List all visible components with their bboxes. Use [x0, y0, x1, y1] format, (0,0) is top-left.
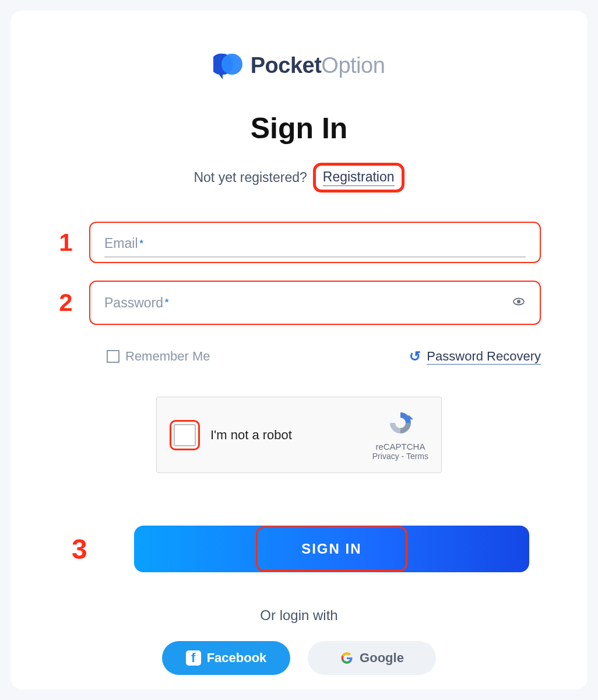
svg-point-2	[518, 300, 520, 303]
refresh-icon: ↺	[409, 348, 421, 365]
google-icon	[340, 651, 354, 665]
captcha-brand-text: reCAPTCHA	[372, 442, 428, 452]
remember-checkbox[interactable]	[107, 350, 119, 363]
captcha-highlight	[170, 420, 200, 450]
step-number-1: 1	[57, 229, 75, 257]
options-row: Remember Me ↺ Password Recovery	[57, 348, 541, 365]
registration-link[interactable]: Registration	[323, 169, 395, 186]
not-registered-text: Not yet registered?	[194, 170, 307, 186]
remember-me[interactable]: Remember Me	[107, 349, 210, 364]
google-login-button[interactable]: Google	[308, 641, 436, 675]
password-required-star: *	[165, 298, 168, 308]
signin-card: PocketOption Sign In Not yet registered?…	[10, 10, 588, 690]
password-label: Password	[104, 295, 163, 311]
step-number-2: 2	[57, 289, 75, 317]
page-title: Sign In	[57, 111, 541, 145]
logo-icon	[213, 51, 244, 79]
or-login-with-label: Or login with	[57, 607, 541, 624]
password-recovery[interactable]: ↺ Password Recovery	[409, 348, 541, 365]
google-label: Google	[360, 650, 404, 666]
logo-text-light: Option	[321, 53, 385, 78]
email-required-star: *	[140, 239, 143, 249]
registration-highlight: Registration	[313, 163, 404, 192]
brand-logo: PocketOption	[57, 51, 541, 79]
signin-row: 3 SIGN IN	[57, 526, 541, 572]
email-label: Email	[104, 236, 138, 251]
sub-prompt-row: Not yet registered? Registration	[57, 163, 541, 192]
captcha-checkbox[interactable]	[174, 424, 196, 446]
captcha-terms-link[interactable]: Terms	[406, 452, 428, 461]
svg-marker-3	[409, 415, 413, 419]
email-row: 1 Email *	[57, 222, 541, 263]
show-password-icon[interactable]	[512, 295, 526, 311]
email-field[interactable]: Email *	[89, 222, 541, 263]
step-number-3: 3	[72, 533, 87, 565]
signin-button[interactable]: SIGN IN	[134, 526, 529, 572]
svg-point-0	[221, 54, 242, 75]
captcha-links: Privacy - Terms	[372, 452, 428, 461]
recaptcha-widget: I'm not a robot reCAPTCHA Privacy - Term…	[156, 397, 442, 473]
facebook-icon: f	[186, 650, 201, 666]
signin-highlight	[256, 526, 407, 572]
facebook-login-button[interactable]: f Facebook	[162, 641, 290, 675]
recaptcha-icon	[386, 409, 414, 437]
captcha-label: I'm not a robot	[210, 428, 292, 443]
recovery-link[interactable]: Password Recovery	[427, 349, 541, 365]
social-login-row: f Facebook Google	[57, 641, 541, 675]
password-row: 2 Password *	[57, 281, 541, 325]
logo-text-strong: Pocket	[251, 53, 322, 78]
captcha-separator: -	[399, 452, 406, 461]
captcha-privacy-link[interactable]: Privacy	[372, 452, 399, 461]
password-field[interactable]: Password *	[89, 281, 541, 325]
remember-label: Remember Me	[125, 349, 210, 364]
logo-text: PocketOption	[251, 53, 385, 78]
captcha-branding: reCAPTCHA Privacy - Terms	[372, 409, 428, 461]
facebook-label: Facebook	[207, 650, 267, 666]
